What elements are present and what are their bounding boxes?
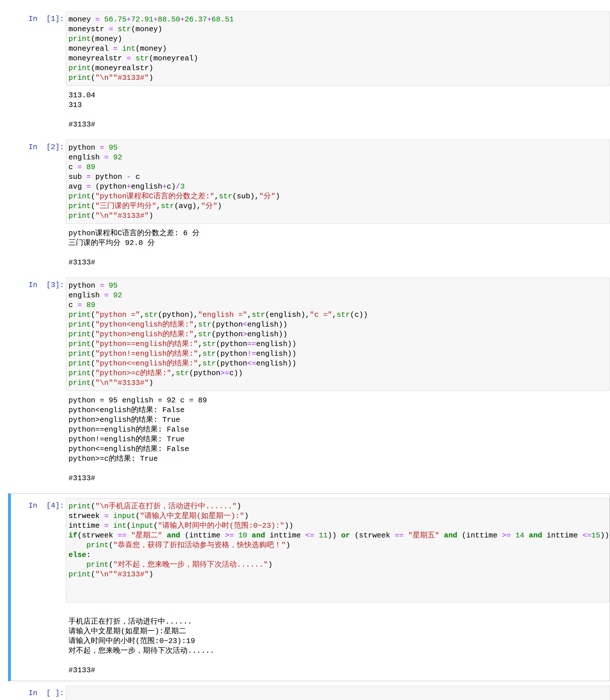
output-line [68, 607, 214, 617]
code-text: python = 95english = 92c = 89sub = pytho… [68, 143, 607, 221]
token: (python [216, 340, 247, 348]
code-cell-3[interactable]: In [3]:python = 95english = 92c = 89prin… [0, 278, 610, 483]
token: ( [91, 570, 95, 579]
output-line: 手机店正在打折，活动进行中...... [68, 617, 214, 627]
token: "星期五" [408, 531, 439, 540]
code-editor[interactable]: print("\n手机店正在打折，活动进行中......")strweek = … [66, 498, 610, 602]
token: (money) [91, 35, 122, 43]
code-line: inttime = int(input("请输入时间中的小时(范围:0~23):… [68, 521, 607, 531]
token [162, 531, 167, 540]
token: print [68, 320, 91, 329]
token: (inttime [180, 531, 225, 540]
token: = [95, 15, 100, 24]
code-line: print("python>english的结果:",str(python>en… [68, 329, 607, 339]
empty-code-cell[interactable]: In [ ]: [0, 686, 610, 700]
token: = [104, 521, 109, 530]
token: c [131, 172, 140, 181]
token: , [332, 311, 337, 319]
token [314, 531, 319, 540]
code-cell-1[interactable]: In [1]:money = 56.75+72.91+88.50+26.37+6… [0, 12, 610, 129]
token: = [77, 163, 82, 171]
token: moneyrealstr [68, 54, 127, 63]
token: str [118, 25, 131, 33]
token [104, 281, 109, 290]
output-line [68, 248, 199, 257]
output-line: python课程和C语言的分数之差: 6 分 [68, 228, 199, 238]
token: english [68, 153, 104, 162]
code-line: sub = python - c [68, 172, 607, 182]
token: 92 [113, 291, 122, 300]
token: ( [153, 521, 158, 530]
token: ( [91, 311, 95, 319]
token: print [68, 192, 91, 201]
code-line: print("恭喜您，获得了折扣活动参与资格，快快选购吧！") [68, 540, 607, 550]
token: str [203, 340, 216, 348]
output-line: python==english的结果: False [68, 425, 207, 434]
code-line: python = 95 [68, 143, 607, 152]
token: ) [268, 560, 273, 569]
code-line: print("\n""#3133#") [68, 73, 607, 83]
output-prompt [0, 224, 66, 227]
token: (python [189, 369, 220, 378]
token: ( [91, 202, 95, 210]
token [439, 531, 444, 540]
code-line: print("\n""#3133#") [68, 569, 607, 579]
code-editor[interactable]: python = 95english = 92c = 89print("pyth… [66, 278, 610, 391]
token: , [214, 192, 219, 201]
token [127, 531, 131, 540]
token: != [247, 349, 256, 358]
code-editor[interactable] [66, 686, 610, 700]
token [113, 25, 118, 33]
token: 92 [113, 153, 122, 162]
code-editor[interactable]: python = 95english = 92c = 89sub = pytho… [66, 140, 610, 224]
token: str [198, 320, 211, 329]
cell-output: python = 95 english = 92 c = 89python<en… [66, 391, 207, 483]
token: str [176, 369, 189, 378]
token: print [68, 212, 91, 220]
token: , [194, 320, 198, 329]
token: 15 [591, 531, 600, 540]
token: <= [247, 359, 256, 368]
token: 10 [238, 531, 247, 540]
code-text: python = 95english = 92c = 89print("pyth… [68, 281, 607, 388]
output-area: python课程和C语言的分数之差: 6 分三门课的平均分 92.0 分#313… [0, 224, 610, 267]
token: + [127, 15, 131, 24]
token: python [91, 172, 127, 181]
token: "请输入时间中的小时(范围:0~23):" [158, 521, 284, 530]
token: , [171, 369, 176, 378]
token: ( [91, 192, 95, 201]
input-area: In [4]:print("\n手机店正在打折，活动进行中......")str… [11, 498, 610, 602]
token: str [219, 192, 232, 201]
token [109, 512, 113, 520]
token: = [127, 54, 131, 63]
token [109, 291, 113, 300]
token: "\n""#3133#" [95, 379, 149, 387]
token: ) [149, 212, 154, 220]
input-prompt: In [2]: [0, 140, 66, 151]
token: 95 [109, 281, 117, 290]
token: "c =" [310, 311, 332, 319]
code-line: print("\n""#3133#") [68, 378, 607, 388]
code-cell-4[interactable]: In [4]:print("\n手机店正在打折，活动进行中......")str… [8, 494, 610, 681]
token: 3 [180, 182, 185, 191]
token: , [198, 340, 203, 348]
token: english [68, 291, 104, 300]
token: <= [305, 531, 314, 540]
token: <= [582, 531, 591, 540]
token: english)) [247, 320, 287, 329]
token: 88.50 [158, 15, 180, 24]
code-line: print("对不起，您来晚一步，期待下次活动......") [68, 560, 607, 569]
code-editor[interactable]: money = 56.75+72.91+88.50+26.37+68.51mon… [66, 12, 610, 86]
token: python [68, 144, 100, 152]
token: "\n""#3133#" [95, 212, 149, 220]
token: print [68, 379, 91, 387]
token: "恭喜您，获得了折扣活动参与资格，快快选购吧！" [113, 541, 286, 549]
token: (moneyrealstr) [91, 64, 153, 72]
token: (strweek [77, 531, 117, 540]
token: "请输入中文星期(如星期一):" [140, 512, 244, 520]
code-cell-2[interactable]: In [2]:python = 95english = 92c = 89sub … [0, 140, 610, 267]
code-line: moneyreal = int(money) [68, 44, 607, 53]
token: "\n手机店正在打折，活动进行中......" [95, 502, 237, 511]
token [403, 531, 408, 540]
token: ) [286, 541, 290, 549]
